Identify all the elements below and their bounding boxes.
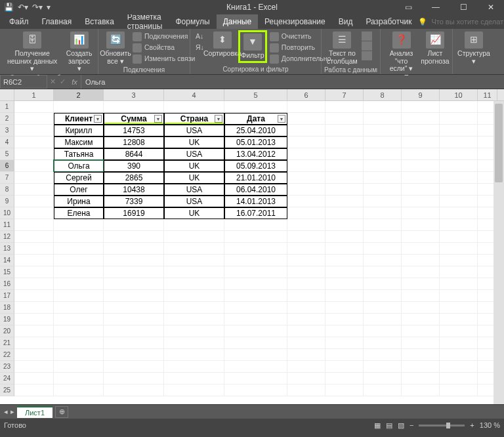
tab-developer[interactable]: Разработчик (359, 14, 418, 29)
cell[interactable]: 12808 (104, 136, 164, 148)
cell[interactable] (326, 113, 364, 125)
cell[interactable] (402, 314, 440, 325)
row-header[interactable]: 12 (0, 231, 14, 243)
row-header[interactable]: 14 (0, 255, 14, 266)
cell[interactable]: Дата▼ (224, 113, 287, 125)
cell[interactable] (287, 290, 326, 302)
cell[interactable] (402, 266, 440, 278)
add-sheet-button[interactable]: ⊕ (55, 406, 68, 418)
cell[interactable] (364, 314, 402, 325)
cell[interactable] (402, 172, 440, 184)
row-header[interactable]: 15 (0, 266, 14, 278)
cell[interactable] (440, 290, 478, 302)
col-header[interactable]: 8 (364, 89, 402, 100)
cell[interactable] (164, 278, 224, 290)
cell[interactable]: USA (164, 184, 224, 196)
cell[interactable] (402, 231, 440, 243)
cell[interactable] (287, 148, 326, 160)
cell[interactable] (224, 290, 287, 302)
cell[interactable] (402, 278, 440, 290)
minimize-button[interactable]: — (423, 0, 449, 14)
cell[interactable]: Олег (54, 184, 104, 196)
col-header[interactable]: 1 (14, 89, 54, 100)
cell[interactable]: Татьяна (54, 148, 104, 160)
cell[interactable] (287, 325, 326, 337)
cell[interactable] (14, 136, 54, 148)
fx-button[interactable]: fx (68, 75, 81, 89)
cell[interactable] (326, 148, 364, 160)
cell[interactable] (54, 349, 104, 361)
cell[interactable] (54, 337, 104, 349)
cell[interactable] (364, 290, 402, 302)
cell[interactable]: USA (164, 125, 224, 136)
cell[interactable] (14, 113, 54, 125)
cancel-formula-icon[interactable]: ✕ (50, 77, 56, 86)
cell[interactable] (14, 325, 54, 337)
tab-view[interactable]: Вид (332, 14, 360, 29)
cell[interactable] (440, 325, 478, 337)
cell[interactable] (364, 373, 402, 385)
col-header[interactable]: 9 (402, 89, 440, 100)
cell[interactable] (402, 373, 440, 385)
cell[interactable] (54, 231, 104, 243)
cell[interactable] (440, 231, 478, 243)
cell[interactable]: USA (164, 148, 224, 160)
col-header[interactable]: 10 (440, 89, 478, 100)
cell[interactable] (402, 184, 440, 196)
cell[interactable] (326, 278, 364, 290)
cell[interactable] (104, 243, 164, 255)
col-header[interactable]: 4 (164, 89, 224, 100)
cell[interactable]: 16919 (104, 207, 164, 219)
select-all-corner[interactable] (0, 89, 14, 100)
row-header[interactable]: 18 (0, 302, 14, 314)
cell[interactable] (364, 113, 402, 125)
cell[interactable] (326, 266, 364, 278)
cell[interactable] (54, 325, 104, 337)
cell[interactable] (14, 337, 54, 349)
cell[interactable] (54, 290, 104, 302)
cell[interactable] (440, 101, 478, 113)
tab-home[interactable]: Главная (35, 14, 79, 29)
view-page-icon[interactable]: ▤ (386, 421, 392, 430)
cell[interactable] (287, 231, 326, 243)
cell[interactable] (326, 314, 364, 325)
cell[interactable] (326, 219, 364, 231)
row-header[interactable]: 1 (0, 101, 14, 113)
cell[interactable] (54, 101, 104, 113)
cell[interactable] (287, 196, 326, 207)
get-external-data-button[interactable]: 🗄 Получение нешних данных ▾ (3, 30, 62, 74)
cell[interactable] (287, 255, 326, 266)
cell[interactable] (104, 361, 164, 373)
cell[interactable] (14, 361, 54, 373)
cell[interactable] (224, 373, 287, 385)
cell[interactable] (104, 325, 164, 337)
row-header[interactable]: 6 (0, 160, 14, 172)
cell[interactable] (440, 385, 478, 396)
cell[interactable] (54, 219, 104, 231)
cell[interactable] (164, 255, 224, 266)
cell[interactable] (287, 337, 326, 349)
sheet-tab-active[interactable]: Лист1 (17, 406, 52, 418)
cell[interactable] (402, 361, 440, 373)
worksheet-area[interactable]: 1 2 3 4 5 6 7 8 9 10 11 12Клиент▼Сумма▼С… (0, 89, 504, 404)
cell[interactable] (402, 219, 440, 231)
cell[interactable] (287, 136, 326, 148)
cell[interactable] (287, 314, 326, 325)
cell[interactable] (402, 290, 440, 302)
cell[interactable] (326, 125, 364, 136)
cell[interactable] (326, 207, 364, 219)
cell[interactable] (326, 385, 364, 396)
cell[interactable] (14, 266, 54, 278)
cell[interactable] (287, 160, 326, 172)
cell[interactable] (14, 255, 54, 266)
cell[interactable]: 2865 (104, 172, 164, 184)
cell[interactable] (440, 172, 478, 184)
cell[interactable] (164, 325, 224, 337)
cell[interactable]: Сергей (54, 172, 104, 184)
row-header[interactable]: 3 (0, 125, 14, 136)
cell[interactable]: 05.01.2013 (224, 136, 287, 148)
cell[interactable] (224, 219, 287, 231)
cell[interactable] (402, 207, 440, 219)
cell[interactable] (440, 373, 478, 385)
cell[interactable]: UK (164, 136, 224, 148)
